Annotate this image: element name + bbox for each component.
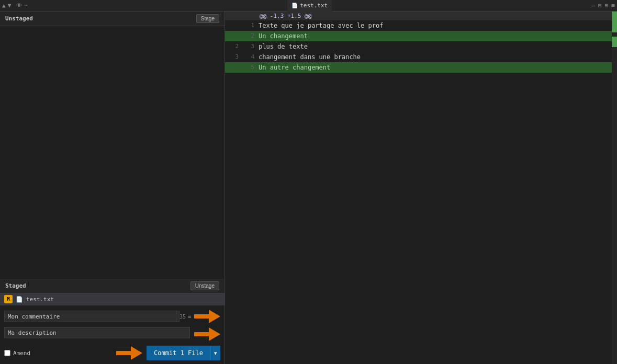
svg-marker-5 xyxy=(131,346,142,360)
file-tab-icon: 📄 xyxy=(291,3,298,8)
char-count-value: 35 xyxy=(180,314,186,320)
diff-new-num-3: 3 xyxy=(241,41,256,52)
commit-desc-row xyxy=(4,326,220,342)
arrow-annotation-message xyxy=(194,309,220,324)
file-icon: 📄 xyxy=(16,296,23,303)
eye-icon[interactable]: 👁 xyxy=(16,2,22,9)
diff-content-2: Un changement xyxy=(256,31,612,41)
arrow-annotation-commit xyxy=(116,345,142,361)
diff-old-num-2 xyxy=(225,31,241,41)
collapse-up-icon[interactable]: ▲ xyxy=(2,2,6,9)
diff-table: @@ -1,3 +1,5 @@ 1 Texte que je partage a… xyxy=(225,12,612,73)
hunk-header-text: @@ -1,3 +1,5 @@ xyxy=(256,12,612,20)
more-icon[interactable]: ≡ xyxy=(611,2,615,9)
diff-new-num-4: 4 xyxy=(241,52,256,62)
staged-file-name: test.txt xyxy=(26,296,54,303)
commit-btn-group: Commit 1 File ▾ xyxy=(147,346,220,360)
diff-line-3: 2 3 plus de texte xyxy=(225,41,612,52)
diff-scrollbar-thumb-2 xyxy=(612,37,617,47)
diff-old-num-5 xyxy=(225,62,241,73)
unstaged-title: Unstaged xyxy=(5,15,33,22)
diff-line-2: 2 Un changement xyxy=(225,31,612,41)
commit-area: 35 ≡ xyxy=(0,305,225,364)
arrow-commit-icon xyxy=(116,345,142,361)
arrow-annotation-desc xyxy=(194,326,220,342)
hunk-new-num xyxy=(241,12,256,20)
staged-files: M 📄 test.txt xyxy=(0,293,225,305)
diff-new-num-1: 1 xyxy=(241,20,256,31)
file-tab-name: test.txt xyxy=(300,2,328,9)
svg-marker-1 xyxy=(209,310,220,323)
commit-dropdown-button[interactable]: ▾ xyxy=(210,346,220,360)
right-panel: @@ -1,3 +1,5 @@ 1 Texte que je partage a… xyxy=(225,12,617,364)
file-tab[interactable]: 📄 test.txt xyxy=(287,0,332,12)
char-count-icon: ≡ xyxy=(188,314,191,320)
diff-icon[interactable]: ~ xyxy=(24,2,28,9)
diff-content-4: changement dans une branche xyxy=(256,52,612,62)
diff-content-1: Texte que je partage avec le prof xyxy=(256,20,612,31)
diff-content[interactable]: @@ -1,3 +1,5 @@ 1 Texte que je partage a… xyxy=(225,12,612,364)
arrow-right-icon xyxy=(194,309,220,324)
columns-icon[interactable]: ⊞ xyxy=(605,2,609,9)
toolbar-right: — ⊟ ⊞ ≡ xyxy=(591,2,615,9)
file-badge-modified: M xyxy=(4,295,13,303)
svg-marker-3 xyxy=(209,327,220,341)
main-content: Unstaged Stage Staged Unstage M 📄 test.t… xyxy=(0,12,617,364)
commit-message-input[interactable] xyxy=(4,311,180,322)
diff-line-5: 5 Un autre changement xyxy=(225,62,612,73)
arrow-desc-icon xyxy=(194,326,220,342)
commit-file-button[interactable]: Commit 1 File xyxy=(147,346,210,360)
diff-hunk-header: @@ -1,3 +1,5 @@ xyxy=(225,12,612,20)
collapse-down-icon[interactable]: ▼ xyxy=(8,2,12,9)
stage-button[interactable]: Stage xyxy=(196,14,219,23)
tile-icon[interactable]: ⊟ xyxy=(598,2,602,9)
staged-header: Staged Unstage xyxy=(0,279,225,293)
diff-old-num-4: 3 xyxy=(225,52,241,62)
svg-rect-4 xyxy=(116,351,132,355)
svg-rect-2 xyxy=(194,332,210,336)
unstaged-header: Unstaged Stage xyxy=(0,12,225,26)
commit-description-input[interactable] xyxy=(4,327,190,338)
amend-text: Amend xyxy=(13,350,30,357)
staged-title: Staged xyxy=(5,282,26,289)
diff-old-num-3: 2 xyxy=(225,41,241,52)
diff-line-4: 3 4 changement dans une branche xyxy=(225,52,612,62)
svg-rect-0 xyxy=(194,314,210,318)
toolbar-left: ▲ ▼ 👁 ~ xyxy=(2,2,28,9)
diff-content-3: plus de texte xyxy=(256,41,612,52)
diff-scrollbar[interactable] xyxy=(612,12,617,364)
amend-label[interactable]: Amend xyxy=(4,350,30,357)
unstaged-files xyxy=(0,26,225,279)
left-panel: Unstaged Stage Staged Unstage M 📄 test.t… xyxy=(0,12,225,364)
hunk-old-num xyxy=(225,12,241,20)
staged-file-item[interactable]: M 📄 test.txt xyxy=(0,293,225,305)
staged-section: Staged Unstage M 📄 test.txt xyxy=(0,279,225,305)
diff-new-num-5: 5 xyxy=(241,62,256,73)
diff-old-num-1 xyxy=(225,20,241,31)
top-toolbar: ▲ ▼ 👁 ~ 📄 test.txt — ⊟ ⊞ ≡ xyxy=(0,0,617,12)
char-count: 35 ≡ xyxy=(180,314,191,320)
right-panel-inner: @@ -1,3 +1,5 @@ 1 Texte que je partage a… xyxy=(225,12,617,364)
unstage-button[interactable]: Unstage xyxy=(190,281,219,290)
commit-bottom: Amend Commit 1 File ▾ xyxy=(4,345,220,361)
commit-btn-with-arrow: Commit 1 File ▾ xyxy=(116,345,220,361)
diff-scrollbar-thumb-1 xyxy=(612,12,617,32)
commit-message-row: 35 ≡ xyxy=(4,309,220,324)
amend-checkbox[interactable] xyxy=(4,350,10,356)
diff-new-num-2: 2 xyxy=(241,31,256,41)
diff-line-1: 1 Texte que je partage avec le prof xyxy=(225,20,612,31)
minimize-icon[interactable]: — xyxy=(591,2,595,9)
file-tab-area: 📄 test.txt xyxy=(287,0,332,12)
diff-content-5: Un autre changement xyxy=(256,62,612,73)
